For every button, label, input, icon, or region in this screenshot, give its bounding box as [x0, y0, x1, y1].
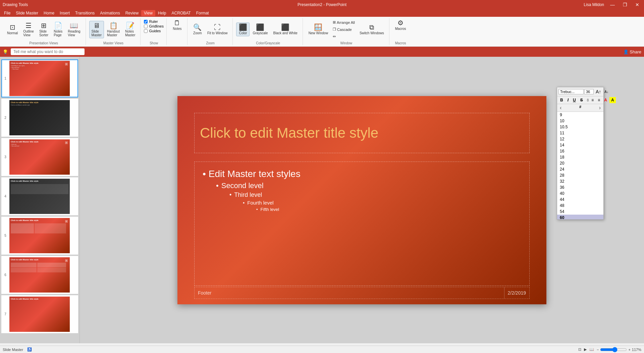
text-l2: Second level [221, 181, 264, 190]
content-l1: • Edit Master text styles [203, 169, 521, 179]
notes-page-button[interactable]: 📄 NotesPage [51, 21, 65, 38]
footer-text: Footer [195, 290, 504, 296]
size-36[interactable]: 36 [557, 184, 603, 190]
outline-view-button[interactable]: ☰ OutlineView [21, 21, 36, 38]
size-14[interactable]: 14 [557, 142, 603, 148]
move-split-button[interactable]: ⇔ [331, 33, 357, 40]
size-24[interactable]: 24 [557, 166, 603, 172]
new-window-button[interactable]: 🪟 New Window [306, 23, 330, 36]
menu-file[interactable]: File [1, 10, 13, 16]
font-size-increase[interactable]: A↑ [594, 88, 602, 95]
slide-thumbnail-3[interactable]: 3 Click to edit Master title style • Edi… [1, 138, 78, 176]
size-40[interactable]: 40 [557, 190, 603, 196]
menu-view[interactable]: View [141, 10, 155, 16]
slide-thumbnail-6[interactable]: 6 Click to edit Master title style [1, 256, 78, 294]
close-button[interactable]: ✕ [633, 2, 641, 7]
macros-button[interactable]: ⚙ Macros [393, 18, 409, 32]
color-button[interactable]: ⬛ Color [236, 23, 250, 36]
menu-transitions[interactable]: Transitions [72, 10, 97, 16]
fit-to-window-button[interactable]: ⛶ Fit to Window [205, 23, 230, 36]
view-normal-icon[interactable]: ⊡ [578, 347, 581, 352]
slide-thumbnail-7[interactable]: 7 Click to edit Master title style [1, 295, 78, 333]
italic-button[interactable]: I [566, 97, 570, 103]
strikethrough-button[interactable]: S [579, 97, 585, 103]
bullet-l3: • [229, 191, 231, 198]
menu-review[interactable]: Review [123, 10, 141, 16]
notes-button[interactable]: 🗒 Notes [170, 18, 184, 32]
size-9[interactable]: 9 [557, 112, 603, 118]
cascade-button[interactable]: ❒ Cascade [331, 26, 357, 33]
zoom-level[interactable]: 117% [632, 348, 641, 352]
zoom-button[interactable]: 🔍 Zoom [191, 23, 204, 36]
group-color-grayscale: ⬛ Color ⬛ Grayscale ⬛ Black and White Co… [233, 18, 303, 45]
view-reading-icon[interactable]: 📖 [589, 347, 594, 352]
next-size-button[interactable]: › [598, 105, 602, 111]
arrange-all-button[interactable]: ⊞ Arrange All [331, 19, 357, 26]
slide-master-button[interactable]: 🖥 SlideMaster [89, 21, 104, 38]
share-button[interactable]: 👤 Share [623, 49, 641, 54]
ruler-check[interactable] [144, 20, 148, 24]
slide-thumbnail-4[interactable]: 4 Click to edit Master title style [1, 177, 78, 215]
menu-home[interactable]: Home [41, 10, 57, 16]
font-size-decrease[interactable]: A↓ [603, 89, 610, 94]
size-10-5[interactable]: 10.5 [557, 124, 603, 130]
normal-icon: ⊡ [10, 24, 15, 31]
maximize-button[interactable]: ❐ [621, 2, 629, 7]
slide-title-box[interactable]: Click to edit Master title style [194, 113, 530, 153]
bold-button[interactable]: B [558, 97, 565, 103]
size-60[interactable]: 60 [557, 215, 603, 219]
size-28[interactable]: 28 [557, 172, 603, 178]
gridlines-checkbox[interactable]: Gridlines [144, 24, 163, 28]
size-16[interactable]: 16 [557, 148, 603, 154]
font-color-button[interactable]: A [602, 97, 609, 103]
slide-thumbnail-2[interactable]: 2 Click to edit Master title style Click… [1, 99, 78, 137]
slide-thumbnail-5[interactable]: 5 Click to edit Master title style # [1, 217, 78, 255]
zoom-slider[interactable] [600, 347, 627, 352]
view-slideshow-icon[interactable]: ▶ [584, 347, 587, 352]
size-54[interactable]: 54 [557, 209, 603, 215]
font-size-input[interactable] [584, 89, 594, 94]
zoom-out-icon[interactable]: − [597, 348, 599, 352]
minimize-button[interactable]: — [608, 2, 617, 7]
font-size-list[interactable]: 9 10 10.5 11 12 14 16 18 20 24 28 32 36 … [557, 112, 603, 219]
handout-master-button[interactable]: 📋 HandoutMaster [105, 21, 122, 38]
menu-help[interactable]: Help [155, 10, 169, 16]
size-11[interactable]: 11 [557, 130, 603, 136]
size-32[interactable]: 32 [557, 178, 603, 184]
slide-content-box[interactable]: • Edit Master text styles • Second level… [194, 162, 530, 286]
grayscale-button[interactable]: ⬛ Grayscale [250, 23, 270, 36]
underline-button[interactable]: U [571, 97, 578, 103]
menu-format[interactable]: Format [194, 10, 212, 16]
guides-check[interactable] [144, 29, 148, 33]
align-center-button[interactable]: ≡ [596, 97, 602, 103]
highlight-button[interactable]: A [609, 97, 616, 103]
slide-thumbnail-1[interactable]: 1 Click to edit Master title style • Edi… [1, 59, 78, 97]
align-left-button[interactable]: ≡ [590, 97, 595, 103]
black-white-button[interactable]: ⬛ Black and White [271, 23, 300, 36]
gridlines-check[interactable] [144, 25, 148, 28]
size-10[interactable]: 10 [557, 118, 603, 124]
size-48[interactable]: 48 [557, 203, 603, 209]
size-12[interactable]: 12 [557, 136, 603, 142]
guides-checkbox[interactable]: Guides [144, 29, 163, 33]
search-input[interactable] [11, 48, 85, 55]
notes-master-button[interactable]: 📝 NotesMaster [123, 21, 138, 38]
zoom-in-icon[interactable]: + [628, 348, 630, 352]
ruler-checkbox[interactable]: Ruler [144, 19, 163, 24]
size-44[interactable]: 44 [557, 196, 603, 203]
menu-animations[interactable]: Animations [97, 10, 122, 16]
size-18[interactable]: 18 [557, 154, 603, 160]
font-name-input[interactable] [558, 89, 584, 94]
grayscale-icon: ⬛ [256, 24, 264, 31]
prev-size-button[interactable]: ‹ [558, 105, 563, 111]
new-window-label: New Window [309, 31, 328, 35]
menu-slide-master[interactable]: Slide Master [13, 10, 41, 16]
reading-view-button[interactable]: 📖 ReadingView [65, 21, 83, 38]
fit-label: Fit to Window [207, 31, 228, 35]
normal-view-button[interactable]: ⊡ Normal [5, 23, 20, 36]
menu-acrobat[interactable]: ACROBAT [169, 10, 194, 16]
menu-insert[interactable]: Insert [57, 10, 72, 16]
slide-sorter-button[interactable]: ⊞ SlideSorter [37, 21, 51, 38]
size-20[interactable]: 20 [557, 160, 603, 166]
switch-windows-button[interactable]: ⧉ Switch Windows [357, 23, 386, 36]
